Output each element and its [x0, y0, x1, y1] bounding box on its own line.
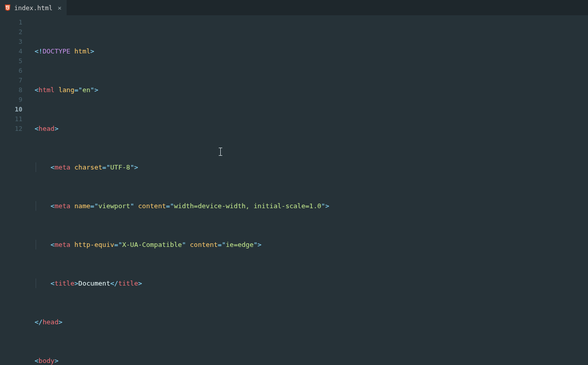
doctype: DOCTYPE [43, 47, 71, 55]
tab-index-html[interactable]: index.html × [0, 0, 67, 15]
indent-guide [36, 278, 36, 288]
line-number: 5 [0, 56, 22, 66]
line-number: 2 [0, 27, 22, 37]
editor: 1 2 3 4 5 6 7 8 9 10 11 12 <!DOCTYPE htm… [0, 15, 588, 365]
code-line[interactable]: <meta name="viewport" content="width=dev… [35, 201, 588, 211]
line-number: 6 [0, 66, 22, 75]
code-line[interactable]: </head> [35, 317, 588, 327]
code-line[interactable]: <body> [35, 356, 588, 365]
mouse-ibeam-cursor-icon [219, 148, 222, 156]
punct: <! [35, 47, 43, 55]
indent-guide [36, 240, 36, 249]
line-number-gutter: 1 2 3 4 5 6 7 8 9 10 11 12 [0, 15, 27, 365]
code-line[interactable]: <title>Document</title> [35, 278, 588, 288]
close-icon[interactable]: × [55, 4, 62, 12]
line-number: 3 [0, 37, 22, 46]
attr: html [74, 47, 90, 55]
line-number: 4 [0, 46, 22, 56]
tab-filename: index.html [14, 4, 52, 12]
html5-icon [4, 4, 11, 11]
code-area[interactable]: <!DOCTYPE html> <html lang="en"> <head> … [27, 15, 588, 365]
code-line[interactable]: <meta charset="UTF-8"> [35, 162, 588, 172]
line-number: 9 [0, 95, 22, 104]
line-number: 10 [0, 104, 22, 114]
code-line[interactable]: <html lang="en"> [35, 85, 588, 95]
indent-guide [36, 162, 36, 172]
punct: > [91, 47, 95, 55]
line-number: 1 [0, 17, 22, 27]
line-number: 7 [0, 75, 22, 85]
line-number: 12 [0, 124, 22, 133]
code-line[interactable]: <head> [35, 124, 588, 133]
indent-guide [36, 201, 36, 211]
code-line[interactable]: <meta http-equiv="X-UA-Compatible" conte… [35, 240, 588, 249]
line-number: 8 [0, 85, 22, 95]
tab-bar: index.html × [0, 0, 588, 15]
line-number: 11 [0, 114, 22, 124]
code-line[interactable]: <!DOCTYPE html> [35, 46, 588, 56]
